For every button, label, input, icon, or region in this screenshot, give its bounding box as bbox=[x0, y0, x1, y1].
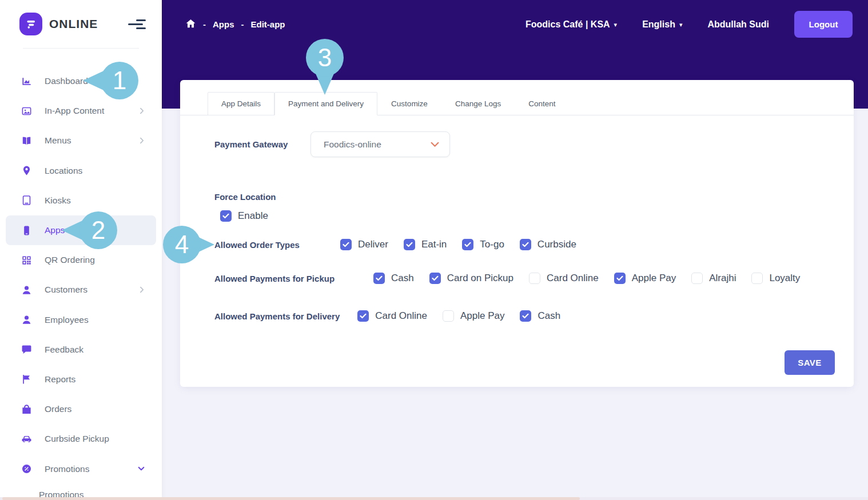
checkbox-to-go[interactable]: To-go bbox=[462, 239, 504, 250]
checked-box-icon bbox=[520, 310, 531, 322]
sidebar-item-promotions[interactable]: Promotions bbox=[0, 454, 162, 483]
unchecked-box-icon bbox=[443, 310, 454, 322]
payment-gateway-row: Payment Gateway bbox=[214, 131, 288, 157]
user-icon bbox=[21, 314, 32, 325]
annotation-pin-4: 4 bbox=[163, 226, 214, 263]
sidebar-item-locations[interactable]: Locations bbox=[0, 156, 162, 186]
payment-gateway-select[interactable]: Foodics-online bbox=[310, 131, 450, 157]
breadcrumb-separator: - bbox=[203, 19, 206, 29]
foodics-logo-icon bbox=[19, 13, 42, 35]
svg-text:4: 4 bbox=[175, 230, 189, 258]
payment-gateway-value: Foodics-online bbox=[324, 139, 431, 150]
breadcrumb-edit-app[interactable]: Edit-app bbox=[251, 19, 285, 29]
unchecked-box-icon bbox=[691, 273, 703, 284]
account-selector[interactable]: Foodics Café | KSA▾ bbox=[525, 19, 617, 30]
qr-code-icon bbox=[21, 255, 32, 266]
checkbox-eat-in[interactable]: Eat-in bbox=[404, 239, 447, 250]
checkbox-curbside[interactable]: Curbside bbox=[520, 239, 576, 250]
mobile-icon bbox=[21, 225, 32, 236]
tab-customize[interactable]: Customize bbox=[377, 92, 441, 115]
checked-box-icon bbox=[357, 310, 369, 322]
annotation-pin-1: 1 bbox=[83, 62, 139, 99]
chevron-right-icon bbox=[140, 137, 145, 144]
checkbox-cash[interactable]: Cash bbox=[520, 310, 560, 322]
checkbox-alrajhi[interactable]: Alrajhi bbox=[691, 273, 736, 284]
checkbox-apple-pay[interactable]: Apple Pay bbox=[614, 273, 676, 284]
checkbox-cash[interactable]: Cash bbox=[373, 273, 414, 284]
horizontal-scrollbar bbox=[0, 497, 868, 500]
sidebar-item-feedback[interactable]: Feedback bbox=[0, 335, 162, 365]
caret-down-icon: ▾ bbox=[679, 21, 683, 28]
sidebar-nav: DashboardIn-App ContentMenusLocationsKio… bbox=[0, 66, 162, 484]
checked-box-icon bbox=[404, 239, 415, 250]
unchecked-box-icon bbox=[751, 273, 763, 284]
sidebar-item-in-app-content[interactable]: In-App Content bbox=[0, 96, 162, 126]
sidebar-divider bbox=[23, 48, 139, 49]
checked-box-icon bbox=[373, 273, 385, 284]
sidebar-item-orders[interactable]: Orders bbox=[0, 394, 162, 424]
chevron-right-icon bbox=[140, 107, 145, 114]
logo-row: ONLINE bbox=[0, 0, 162, 48]
checked-box-icon bbox=[220, 210, 232, 222]
tab-bar: App DetailsPayment and DeliveryCustomize… bbox=[180, 92, 854, 115]
save-button[interactable]: SAVE bbox=[785, 350, 835, 375]
checked-box-icon bbox=[520, 239, 531, 250]
user-icon bbox=[21, 285, 32, 295]
sidebar-item-employees[interactable]: Employees bbox=[0, 305, 162, 335]
flag-icon bbox=[21, 374, 32, 385]
svg-text:2: 2 bbox=[91, 216, 105, 244]
checkbox-enable[interactable]: Enable bbox=[220, 210, 268, 222]
tab-change-logs[interactable]: Change Logs bbox=[441, 92, 515, 115]
sidebar-item-reports[interactable]: Reports bbox=[0, 365, 162, 394]
chevron-down-icon bbox=[138, 466, 145, 471]
checkbox-card-online[interactable]: Card Online bbox=[529, 273, 599, 284]
payment-gateway-label: Payment Gateway bbox=[214, 131, 288, 157]
checkbox-deliver[interactable]: Deliver bbox=[340, 239, 388, 250]
logout-button[interactable]: Logout bbox=[794, 11, 853, 38]
checked-box-icon bbox=[429, 273, 441, 284]
tab-app-details[interactable]: App Details bbox=[208, 92, 274, 115]
checkbox-card-on-pickup[interactable]: Card on Pickup bbox=[429, 273, 513, 284]
home-icon[interactable] bbox=[185, 18, 196, 29]
header-right: Foodics Café | KSA▾ English▾ Abdullah Su… bbox=[525, 11, 853, 38]
brand-name: ONLINE bbox=[49, 17, 126, 31]
sidebar-toggle-icon[interactable] bbox=[126, 17, 148, 31]
tab-content[interactable]: Content bbox=[515, 92, 569, 115]
sidebar-item-menus[interactable]: Menus bbox=[0, 126, 162, 155]
badge-percent-icon bbox=[21, 463, 32, 474]
checked-box-icon bbox=[462, 239, 473, 250]
annotation-pin-2: 2 bbox=[62, 211, 118, 249]
edit-app-card: App DetailsPayment and DeliveryCustomize… bbox=[180, 80, 854, 387]
pickup-payments-row: Allowed Payments for Pickup CashCard on … bbox=[214, 266, 815, 291]
force-location-label: Force Location bbox=[214, 192, 276, 202]
checkbox-card-online[interactable]: Card Online bbox=[357, 310, 427, 322]
force-location-enable-row: Enable bbox=[220, 210, 284, 222]
top-header: - Apps - Edit-app Foodics Café | KSA▾ En… bbox=[162, 0, 868, 49]
comment-icon bbox=[21, 344, 32, 355]
sidebar-item-qr-ordering[interactable]: QR Ordering bbox=[0, 245, 162, 275]
language-selector[interactable]: English▾ bbox=[642, 19, 682, 30]
breadcrumb: - Apps - Edit-app bbox=[185, 19, 285, 29]
car-icon bbox=[21, 434, 32, 445]
delivery-payments-label: Allowed Payments for Delivery bbox=[214, 311, 340, 321]
svg-text:1: 1 bbox=[113, 66, 126, 94]
image-icon bbox=[21, 106, 32, 117]
chevron-down-icon bbox=[431, 139, 439, 150]
sidebar-item-customers[interactable]: Customers bbox=[0, 275, 162, 305]
user-name: Abdullah Sudi bbox=[707, 19, 769, 30]
dashboard-icon bbox=[21, 76, 32, 87]
checked-box-icon bbox=[340, 239, 352, 250]
tablet-icon bbox=[21, 195, 32, 206]
map-marker-icon bbox=[21, 165, 32, 176]
sidebar-item-curbside-pickup[interactable]: Curbside Pickup bbox=[0, 424, 162, 454]
breadcrumb-separator: - bbox=[241, 19, 244, 29]
annotation-pin-3: 3 bbox=[306, 39, 344, 96]
checkbox-loyalty[interactable]: Loyalty bbox=[751, 273, 800, 284]
pickup-payments-label: Allowed Payments for Pickup bbox=[214, 274, 335, 283]
checkbox-apple-pay[interactable]: Apple Pay bbox=[443, 310, 505, 322]
scrollbar-thumb[interactable] bbox=[2, 497, 580, 500]
caret-down-icon: ▾ bbox=[614, 21, 618, 28]
breadcrumb-apps[interactable]: Apps bbox=[213, 19, 234, 29]
shopping-bag-icon bbox=[21, 404, 32, 415]
svg-text:3: 3 bbox=[318, 43, 332, 71]
